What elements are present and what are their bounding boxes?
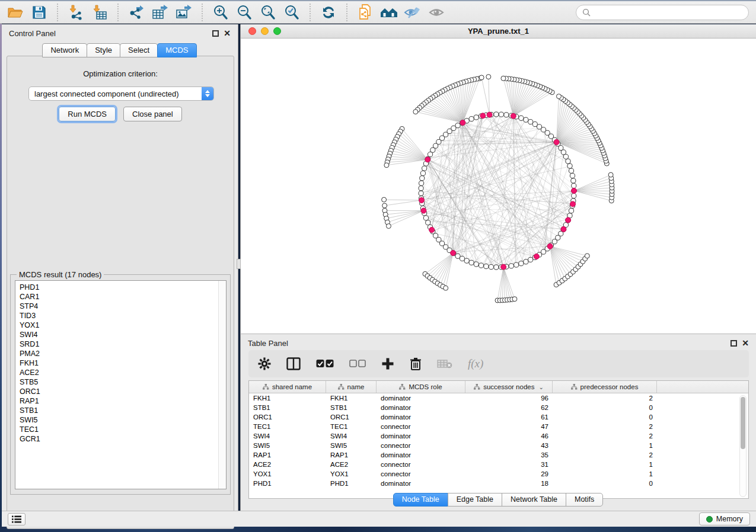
dominator-node[interactable] bbox=[561, 226, 566, 232]
tab-network-table[interactable]: Network Table bbox=[502, 493, 566, 507]
float-panel-icon[interactable] bbox=[731, 340, 737, 347]
column-header-predecessor-nodes[interactable]: predecessor nodes bbox=[553, 381, 657, 393]
zoom-fit-icon[interactable] bbox=[256, 2, 280, 23]
table-row[interactable]: PHD1PHD1dominator180 bbox=[249, 479, 748, 488]
dominator-node[interactable] bbox=[480, 113, 486, 118]
tab-network[interactable]: Network bbox=[42, 43, 87, 57]
dominator-node[interactable] bbox=[425, 157, 430, 162]
column-layout-icon[interactable] bbox=[286, 357, 301, 370]
apply-layout-icon[interactable] bbox=[317, 2, 340, 23]
mcds-result-item[interactable]: STP4 bbox=[20, 302, 226, 311]
table-settings-icon[interactable] bbox=[258, 357, 271, 370]
mcds-result-item[interactable]: SWI5 bbox=[20, 415, 226, 425]
table-row[interactable]: RAP1RAP1dominator352 bbox=[249, 450, 748, 460]
tab-motifs[interactable]: Motifs bbox=[566, 493, 603, 507]
mcds-result-item[interactable]: PMA2 bbox=[20, 349, 226, 358]
table-row[interactable]: YOX1YOX1connector291 bbox=[249, 469, 748, 479]
table-row[interactable]: STB1STB1dominator620 bbox=[249, 403, 748, 412]
window-maximize-icon[interactable] bbox=[273, 27, 281, 35]
dominator-node[interactable] bbox=[572, 188, 577, 194]
dominator-node[interactable] bbox=[554, 139, 559, 145]
import-network-icon[interactable] bbox=[64, 2, 88, 23]
save-session-icon[interactable] bbox=[27, 2, 51, 23]
dominator-node[interactable] bbox=[570, 201, 576, 207]
mcds-result-item[interactable]: SWI4 bbox=[20, 330, 226, 339]
close-panel-icon[interactable]: ✕ bbox=[224, 30, 231, 37]
column-header-MCDS-role[interactable]: MCDS role bbox=[377, 381, 465, 393]
task-history-button[interactable] bbox=[8, 513, 25, 525]
dominator-node[interactable] bbox=[429, 227, 435, 233]
float-panel-icon[interactable] bbox=[212, 30, 219, 37]
column-header-name[interactable]: name bbox=[326, 381, 377, 393]
dominator-node[interactable] bbox=[460, 120, 465, 126]
mcds-result-item[interactable]: GCR1 bbox=[20, 434, 226, 444]
mcds-result-item[interactable]: TEC1 bbox=[20, 425, 226, 434]
tab-node-table[interactable]: Node Table bbox=[393, 493, 448, 507]
table-row[interactable]: SWI4SWI4dominator462 bbox=[249, 431, 748, 441]
delete-column-icon[interactable] bbox=[410, 357, 422, 371]
close-panel-icon[interactable]: ✕ bbox=[742, 340, 749, 347]
zoom-out-icon[interactable] bbox=[232, 2, 256, 23]
hide-selected-icon[interactable] bbox=[401, 2, 425, 23]
mcds-result-item[interactable]: SRD1 bbox=[20, 339, 226, 349]
import-table-icon[interactable] bbox=[88, 2, 111, 23]
dominator-node[interactable] bbox=[511, 113, 516, 118]
mcds-result-item[interactable]: FKH1 bbox=[20, 358, 226, 368]
unselect-all-icon[interactable] bbox=[349, 360, 366, 368]
zoom-in-icon[interactable] bbox=[209, 2, 232, 23]
zoom-selected-icon[interactable] bbox=[280, 2, 304, 23]
dominator-node[interactable] bbox=[566, 217, 571, 223]
table-row[interactable]: FKH1FKH1dominator962 bbox=[249, 393, 748, 403]
dominator-node[interactable] bbox=[547, 243, 553, 249]
table-scrollbar-thumb[interactable] bbox=[741, 397, 745, 449]
dominator-node[interactable] bbox=[419, 197, 424, 203]
show-all-icon[interactable] bbox=[425, 2, 448, 23]
tab-select[interactable]: Select bbox=[120, 43, 158, 57]
run-mcds-button[interactable]: Run MCDS bbox=[59, 107, 116, 121]
mcds-list-scrollbar[interactable] bbox=[218, 281, 226, 489]
panel-divider-handle[interactable] bbox=[237, 259, 241, 269]
close-panel-button[interactable]: Close panel bbox=[123, 107, 182, 121]
dominator-node[interactable] bbox=[451, 251, 456, 256]
window-close-icon[interactable] bbox=[248, 27, 256, 35]
mcds-result-item[interactable]: ORC1 bbox=[20, 387, 226, 396]
mcds-result-list[interactable]: PHD1CAR1STP4TID3YOX1SWI4SRD1PMA2FKH1ACE2… bbox=[15, 280, 227, 489]
mcds-result-item[interactable]: TID3 bbox=[20, 311, 226, 321]
first-neighbors-icon[interactable] bbox=[377, 2, 401, 23]
open-file-icon[interactable] bbox=[4, 2, 27, 23]
network-canvas[interactable] bbox=[241, 39, 756, 334]
column-header-successor-nodes[interactable]: successor nodes⌄ bbox=[465, 381, 553, 393]
node-table[interactable]: shared namenameMCDS rolesuccessor nodes⌄… bbox=[248, 380, 749, 499]
column-header-shared-name[interactable]: shared name bbox=[249, 381, 326, 393]
tab-mcds[interactable]: MCDS bbox=[157, 43, 196, 57]
mcds-result-item[interactable]: CAR1 bbox=[20, 292, 226, 302]
dominator-node[interactable] bbox=[501, 264, 506, 270]
export-network-icon[interactable] bbox=[125, 2, 148, 23]
export-image-icon[interactable] bbox=[172, 2, 196, 23]
table-row[interactable]: ORC1ORC1dominator610 bbox=[249, 412, 748, 422]
export-table-icon[interactable] bbox=[148, 2, 172, 23]
optimization-criterion-select[interactable]: largest connected component (undirected) bbox=[28, 86, 214, 101]
window-minimize-icon[interactable] bbox=[261, 27, 269, 35]
dominator-node[interactable] bbox=[534, 254, 539, 259]
mcds-result-item[interactable]: PHD1 bbox=[20, 283, 226, 292]
search-input[interactable] bbox=[594, 8, 742, 17]
tab-edge-table[interactable]: Edge Table bbox=[448, 493, 502, 507]
network-view-titlebar[interactable]: YPA_prune.txt_1 bbox=[241, 24, 756, 39]
table-row[interactable]: TEC1TEC1connector472 bbox=[249, 422, 748, 431]
mcds-result-item[interactable]: YOX1 bbox=[20, 321, 226, 330]
add-column-icon[interactable] bbox=[381, 357, 394, 370]
clone-network-icon[interactable] bbox=[353, 2, 377, 23]
table-row[interactable]: ACE2ACE2connector311 bbox=[249, 460, 748, 469]
memory-button[interactable]: Memory bbox=[699, 512, 750, 525]
mcds-result-item[interactable]: STB1 bbox=[20, 406, 226, 415]
select-all-icon[interactable] bbox=[316, 359, 334, 368]
dominator-node[interactable] bbox=[421, 208, 426, 213]
dominator-node[interactable] bbox=[487, 112, 492, 117]
tab-style[interactable]: Style bbox=[87, 43, 120, 57]
mcds-result-item[interactable]: STB5 bbox=[20, 377, 226, 387]
table-row[interactable]: SWI5SWI5connector431 bbox=[249, 441, 748, 450]
search-field[interactable] bbox=[576, 5, 749, 20]
table-vertical-scrollbar[interactable] bbox=[739, 395, 747, 497]
mcds-result-item[interactable]: RAP1 bbox=[20, 396, 226, 406]
